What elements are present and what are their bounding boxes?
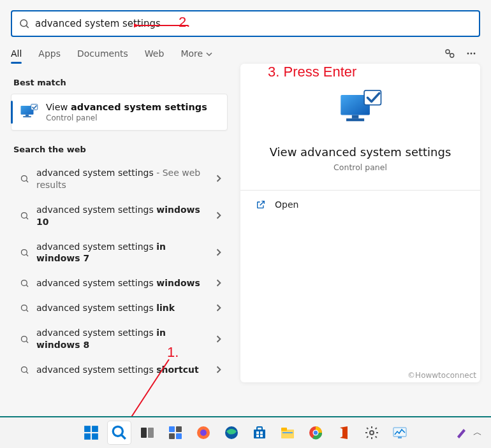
search-icon — [18, 18, 30, 29]
svg-rect-27 — [352, 115, 359, 119]
svg-line-23 — [26, 341, 28, 343]
web-result-5[interactable]: advanced system settings in windows 8 — [11, 321, 228, 358]
svg-point-12 — [21, 176, 27, 182]
pen-icon[interactable] — [455, 427, 467, 438]
svg-point-3 — [450, 54, 454, 57]
best-match-subtitle: Control panel — [46, 113, 207, 122]
svg-point-6 — [471, 53, 473, 55]
svg-rect-55 — [282, 432, 293, 433]
search-icon — [16, 174, 33, 184]
svg-line-21 — [26, 310, 28, 312]
web-result-text: advanced system settings shortcut — [33, 364, 215, 376]
monitor-settings-icon — [19, 103, 38, 122]
search-icon — [16, 365, 33, 375]
more-options-icon[interactable] — [462, 45, 480, 62]
search-icon — [16, 278, 33, 288]
search-bar[interactable] — [11, 10, 480, 37]
details-pane: View advanced system settings Control pa… — [240, 64, 480, 382]
open-action[interactable]: Open — [253, 191, 467, 219]
svg-rect-54 — [281, 428, 287, 431]
search-web-heading: Search the web — [13, 145, 228, 154]
svg-point-14 — [21, 213, 27, 219]
tab-apps[interactable]: Apps — [38, 48, 61, 59]
svg-rect-43 — [176, 433, 182, 439]
web-result-text: advanced system settings windows 10 — [33, 204, 215, 228]
taskbar-taskview[interactable] — [136, 421, 159, 444]
svg-point-24 — [21, 367, 27, 373]
svg-rect-38 — [141, 428, 147, 438]
svg-point-58 — [314, 431, 318, 435]
svg-point-45 — [200, 430, 207, 436]
svg-line-37 — [121, 435, 126, 439]
chevron-right-icon — [215, 364, 223, 376]
taskbar-widgets[interactable] — [164, 421, 187, 444]
svg-rect-10 — [23, 116, 31, 117]
taskbar-start[interactable] — [80, 421, 103, 444]
svg-rect-49 — [256, 431, 259, 434]
svg-line-15 — [26, 217, 28, 219]
search-icon — [16, 248, 33, 257]
watermark: ©Howwtoconnect — [407, 371, 476, 380]
taskbar-firefox[interactable] — [192, 421, 215, 444]
tab-more[interactable]: More — [180, 48, 212, 59]
svg-rect-47 — [254, 430, 265, 438]
taskbar-settings[interactable] — [360, 421, 383, 444]
web-result-2[interactable]: advanced system settings in windows 7 — [11, 235, 228, 271]
search-icon — [16, 303, 33, 313]
taskbar-store[interactable] — [248, 421, 271, 444]
web-result-text: advanced system settings in windows 8 — [33, 327, 215, 351]
chevron-right-icon — [215, 173, 223, 185]
recent-searches-icon[interactable] — [441, 45, 458, 62]
search-input[interactable] — [30, 17, 473, 30]
svg-rect-50 — [260, 431, 263, 434]
tabs-row: All Apps Documents Web More — [0, 43, 491, 64]
taskbar-edge[interactable] — [220, 421, 243, 444]
svg-rect-41 — [176, 426, 182, 432]
svg-rect-52 — [260, 435, 263, 437]
svg-rect-39 — [148, 428, 154, 438]
tab-web[interactable]: Web — [145, 48, 165, 59]
tab-documents[interactable]: Documents — [77, 48, 128, 59]
web-result-3[interactable]: advanced system settings windows — [11, 271, 228, 296]
results-pane: Best match View advanced system settings — [11, 64, 228, 405]
taskbar-chrome[interactable] — [304, 421, 327, 444]
web-result-4[interactable]: advanced system settings link — [11, 296, 228, 321]
svg-line-17 — [26, 254, 28, 256]
svg-point-22 — [21, 336, 27, 342]
svg-rect-34 — [84, 433, 91, 440]
best-match-heading: Best match — [13, 78, 228, 87]
svg-line-25 — [26, 372, 28, 373]
tray-chevron-up-icon[interactable]: ︿ — [473, 427, 482, 438]
taskbar-explorer[interactable] — [276, 421, 299, 444]
taskbar-monitor[interactable] — [388, 421, 411, 444]
svg-rect-9 — [26, 115, 29, 117]
search-icon — [16, 211, 33, 220]
svg-rect-48 — [257, 427, 262, 430]
search-icon — [16, 335, 33, 344]
chevron-down-icon — [206, 51, 212, 57]
details-subtitle: Control panel — [333, 163, 387, 172]
taskbar-office[interactable] — [332, 421, 355, 444]
svg-point-20 — [21, 305, 27, 311]
best-match-result[interactable]: View advanced system settings Control pa… — [11, 94, 228, 131]
web-result-6[interactable]: advanced system settings shortcut — [11, 358, 228, 382]
web-result-0[interactable]: advanced system settings - See web resul… — [11, 161, 228, 198]
svg-point-18 — [21, 280, 27, 286]
web-result-text: advanced system settings in windows 7 — [33, 241, 215, 265]
svg-rect-51 — [256, 435, 259, 437]
svg-line-19 — [26, 285, 28, 287]
chevron-right-icon — [215, 333, 223, 345]
taskbar-search[interactable] — [108, 421, 131, 444]
svg-rect-42 — [169, 433, 175, 439]
svg-rect-11 — [31, 105, 38, 110]
taskbar: ︿ — [0, 416, 491, 448]
svg-rect-53 — [281, 430, 294, 438]
svg-point-0 — [20, 20, 27, 27]
svg-point-7 — [474, 53, 476, 55]
svg-rect-40 — [169, 426, 175, 432]
chevron-right-icon — [215, 302, 223, 314]
tab-all[interactable]: All — [11, 48, 22, 59]
best-match-title: View advanced system settings — [46, 102, 207, 112]
svg-rect-61 — [398, 437, 402, 438]
web-result-1[interactable]: advanced system settings windows 10 — [11, 198, 228, 235]
